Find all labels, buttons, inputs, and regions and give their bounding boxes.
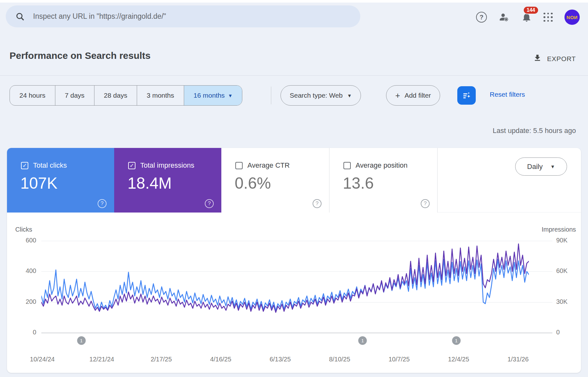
top-strip xyxy=(0,0,588,3)
annotation-badge[interactable]: 1 xyxy=(452,336,460,345)
y-axis-tick-right: 30K xyxy=(556,298,568,305)
filter-divider xyxy=(271,87,271,104)
avatar[interactable]: NOИ xyxy=(564,10,580,25)
checkbox-unchecked-icon[interactable] xyxy=(343,162,351,169)
y-axis-tick-left: 0 xyxy=(9,329,36,336)
right-axis-title: Impressions xyxy=(542,226,576,233)
granularity-dropdown[interactable]: Daily ▼ xyxy=(515,157,567,176)
performance-panel: ✓ Total clicks 107K ? ✓ Total impression… xyxy=(7,148,581,373)
search-icon xyxy=(15,12,25,21)
smart-filter-button[interactable] xyxy=(457,86,476,105)
tune-sparkle-icon xyxy=(462,91,471,100)
last-update-text: Last update: 5.5 hours ago xyxy=(493,127,576,135)
header-divider xyxy=(0,75,588,76)
x-axis-tick: 4/16/25 xyxy=(210,356,232,363)
y-axis-tick-right: 90K xyxy=(556,237,568,244)
y-axis-tick-right: 60K xyxy=(556,267,568,275)
average-position-value: 13.6 xyxy=(343,174,374,192)
metric-cards-row: ✓ Total clicks 107K ? ✓ Total impression… xyxy=(7,148,581,213)
left-axis-title: Clicks xyxy=(15,226,32,233)
y-axis-tick-left: 600 xyxy=(9,237,36,244)
y-axis-tick-left: 200 xyxy=(9,298,36,305)
chip-3-months[interactable]: 3 months xyxy=(137,86,184,105)
filter-row: 24 hours 7 days 28 days 3 months 16 mont… xyxy=(10,85,578,106)
annotation-badge[interactable]: 1 xyxy=(358,336,367,345)
chip-28-days[interactable]: 28 days xyxy=(94,86,137,105)
average-position-card[interactable]: Average position 13.6 ? xyxy=(329,148,438,213)
total-impressions-value: 18.4M xyxy=(128,174,172,192)
total-clicks-value: 107K xyxy=(20,174,58,192)
chip-7-days[interactable]: 7 days xyxy=(55,86,94,105)
add-filter-button[interactable]: + Add filter xyxy=(386,85,440,106)
search-console-performance-page: Inspect any URL in "https://graingold.de… xyxy=(0,0,588,377)
checkbox-checked-icon[interactable]: ✓ xyxy=(128,162,135,169)
x-axis-tick: 1/31/26 xyxy=(508,356,529,363)
total-impressions-card[interactable]: ✓ Total impressions 18.4M ? xyxy=(114,148,221,213)
y-axis-tick-right: 0 xyxy=(556,329,560,336)
help-icon[interactable]: ? xyxy=(205,199,214,208)
y-axis-tick-left: 400 xyxy=(9,267,36,275)
search-type-dropdown[interactable]: Search type: Web ▼ xyxy=(280,85,361,106)
topbar-icons: ? 144 NOИ xyxy=(476,9,580,25)
plus-icon: + xyxy=(395,91,400,100)
apps-grid-icon[interactable] xyxy=(543,12,553,22)
chart-plot[interactable] xyxy=(41,241,529,333)
help-icon[interactable]: ? xyxy=(421,199,430,208)
reset-filters-link[interactable]: Reset filters xyxy=(490,91,525,98)
x-axis-tick: 10/24/24 xyxy=(30,356,55,363)
impressions-line xyxy=(41,244,529,312)
url-inspect-input[interactable]: Inspect any URL in "https://graingold.de… xyxy=(6,5,360,27)
notification-count-badge[interactable]: 144 xyxy=(523,6,539,14)
x-axis-tick: 12/4/25 xyxy=(448,356,469,363)
checkbox-checked-icon[interactable]: ✓ xyxy=(21,162,28,169)
average-ctr-card[interactable]: Average CTR 0.6% ? xyxy=(221,148,329,213)
page-title: Performance on Search results xyxy=(10,50,151,61)
export-button[interactable]: EXPORT xyxy=(533,53,576,64)
help-icon[interactable]: ? xyxy=(476,12,487,23)
total-clicks-card[interactable]: ✓ Total clicks 107K ? xyxy=(7,148,114,213)
chevron-down-icon: ▼ xyxy=(550,164,555,169)
chevron-down-icon: ▼ xyxy=(228,93,233,98)
x-axis-tick: 8/10/25 xyxy=(329,356,350,363)
chip-16-months[interactable]: 16 months ▼ xyxy=(184,86,242,105)
search-placeholder: Inspect any URL in "https://graingold.de… xyxy=(33,12,166,21)
x-axis-tick: 2/17/25 xyxy=(151,356,172,363)
x-axis-tick: 12/21/24 xyxy=(89,356,114,363)
annotation-badge[interactable]: 1 xyxy=(77,336,86,345)
average-ctr-value: 0.6% xyxy=(235,174,271,192)
performance-chart: Clicks Impressions 60090K40060K20030K00 … xyxy=(7,213,581,373)
chevron-down-icon: ▼ xyxy=(347,93,352,98)
download-icon xyxy=(533,53,542,64)
x-axis-tick: 10/7/25 xyxy=(389,356,410,363)
gridline xyxy=(41,333,552,333)
user-settings-icon[interactable] xyxy=(498,11,510,23)
x-axis-tick: 6/13/25 xyxy=(270,356,291,363)
date-range-group: 24 hours 7 days 28 days 3 months 16 mont… xyxy=(10,85,242,106)
checkbox-unchecked-icon[interactable] xyxy=(235,162,243,169)
help-icon[interactable]: ? xyxy=(313,199,322,208)
notifications-bell-icon[interactable]: 144 xyxy=(521,12,532,23)
chip-24-hours[interactable]: 24 hours xyxy=(10,86,55,105)
help-icon[interactable]: ? xyxy=(98,199,107,208)
